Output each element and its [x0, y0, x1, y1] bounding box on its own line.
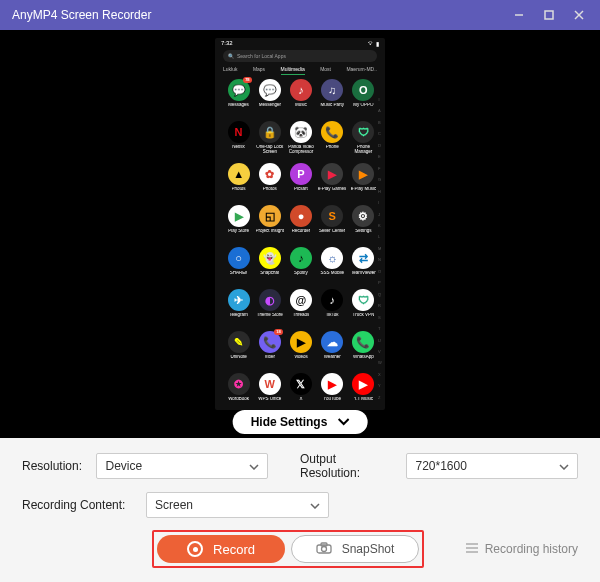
app-icon: ✪ [228, 373, 250, 395]
recording-history-link[interactable]: Recording history [465, 542, 578, 556]
category-tabs[interactable]: LuklukMapsMultimediaMostMaerum-MD.. [215, 66, 385, 77]
alpha-index[interactable]: #ABCDEFGHIJKLMNOPQRSTUVWXYZ [378, 98, 384, 400]
app-item[interactable]: 𝕏X [285, 373, 316, 410]
app-icon: ◐ [259, 289, 281, 311]
app-item[interactable]: 📞18Viber [254, 331, 285, 371]
app-item[interactable]: ▶e·Play Games [317, 163, 348, 203]
snapshot-button[interactable]: SnapShot [291, 535, 419, 563]
hide-settings-button[interactable]: Hide Settings [233, 410, 368, 434]
app-item[interactable]: ○SHAREit [223, 247, 254, 287]
app-item[interactable]: 📞Phone [317, 121, 348, 161]
app-item[interactable]: OMy OPPO [348, 79, 379, 119]
app-item[interactable]: ☼SSS Mobile [317, 247, 348, 287]
app-label: Panda Video Compressor [286, 145, 316, 155]
app-item[interactable]: 🐼Panda Video Compressor [285, 121, 316, 161]
phone-search[interactable]: 🔍 Search for Local Apps [223, 50, 377, 62]
app-icon: 📞 [321, 121, 343, 143]
app-item[interactable]: ●Recorder [285, 205, 316, 245]
category-tab[interactable]: Maerum-MD.. [346, 66, 377, 75]
history-label: Recording history [485, 542, 578, 556]
app-item[interactable]: ☁Weather [317, 331, 348, 371]
app-icon: ☼ [321, 247, 343, 269]
app-icon: 🛡 [352, 121, 374, 143]
app-label: YouTube [323, 397, 341, 402]
minimize-button[interactable] [504, 0, 534, 30]
app-item[interactable]: ◐Theme Store [254, 289, 285, 329]
app-item[interactable]: ✈Telegram [223, 289, 254, 329]
app-icon: ♪ [290, 79, 312, 101]
app-item[interactable]: ▶YouTube [317, 373, 348, 410]
svg-rect-1 [545, 11, 553, 19]
app-item[interactable]: ✎UniNote [223, 331, 254, 371]
app-icon: ✎ [228, 331, 250, 353]
app-label: WhatsApp [353, 355, 374, 360]
app-item[interactable]: PPicsart [285, 163, 316, 203]
app-label: Theme Store [257, 313, 283, 318]
app-item[interactable]: ♪Music [285, 79, 316, 119]
app-item[interactable]: 🛡Truck VPN [348, 289, 379, 329]
search-placeholder: Search for Local Apps [237, 53, 286, 59]
app-item[interactable]: ◱Project Insight [254, 205, 285, 245]
output-resolution-select[interactable]: 720*1600 [406, 453, 578, 479]
app-item[interactable]: SSeller Center [317, 205, 348, 245]
app-label: Picsart [294, 187, 308, 192]
chevron-down-icon [249, 459, 259, 473]
resolution-value: Device [105, 459, 142, 473]
app-icon: 🛡 [352, 289, 374, 311]
app-label: Videos [294, 355, 308, 360]
resolution-select[interactable]: Device [96, 453, 268, 479]
app-item[interactable]: 📞WhatsApp [348, 331, 379, 371]
app-icon: @ [290, 289, 312, 311]
app-label: TikTok [326, 313, 339, 318]
app-item[interactable]: 🛡Phone Manager [348, 121, 379, 161]
app-item[interactable]: ♪TikTok [317, 289, 348, 329]
app-icon: ▶ [321, 163, 343, 185]
category-tab[interactable]: Most [320, 66, 331, 75]
app-item[interactable]: ▲Photos [223, 163, 254, 203]
phone-statusbar: 7:32 ᯤ ▮ [215, 38, 385, 48]
category-tab[interactable]: Lukluk [223, 66, 237, 75]
signal-icon: ▮ [376, 40, 379, 47]
app-item[interactable]: WWPS Office [254, 373, 285, 410]
app-icon: ▶ [352, 163, 374, 185]
app-item[interactable]: ⚙Settings [348, 205, 379, 245]
output-resolution-label: Output Resolution: [300, 452, 392, 480]
app-icon: O [352, 79, 374, 101]
app-item[interactable]: ♪Spotify [285, 247, 316, 287]
app-icon: W [259, 373, 281, 395]
maximize-button[interactable] [534, 0, 564, 30]
app-item[interactable]: ⇄TeamViewer [348, 247, 379, 287]
app-icon: ● [290, 205, 312, 227]
app-item[interactable]: ✪WordBook [223, 373, 254, 410]
app-item[interactable]: @Threads [285, 289, 316, 329]
app-label: Project Insight [256, 229, 285, 234]
snapshot-label: SnapShot [342, 542, 395, 556]
category-tab[interactable]: Multimedia [281, 66, 305, 75]
recording-content-select[interactable]: Screen [146, 492, 329, 518]
app-icon: P [290, 163, 312, 185]
close-button[interactable] [564, 0, 594, 30]
app-item[interactable]: NNetflix [223, 121, 254, 161]
app-item[interactable]: ▶Play Store [223, 205, 254, 245]
app-label: TeamViewer [351, 271, 376, 276]
category-tab[interactable]: Maps [253, 66, 265, 75]
app-label: Recorder [292, 229, 311, 234]
app-icon: ◱ [259, 205, 281, 227]
app-item[interactable]: ▶Videos [285, 331, 316, 371]
app-item[interactable]: ▶e·Play Music [348, 163, 379, 203]
app-label: SSS Mobile [320, 271, 344, 276]
wifi-icon: ᯤ [368, 40, 374, 46]
app-item[interactable]: ✿Photos [254, 163, 285, 203]
app-item[interactable]: ♫Music Party [317, 79, 348, 119]
app-item[interactable]: 🔒One-tap Lock Screen [254, 121, 285, 161]
app-item[interactable]: 💬78Messages [223, 79, 254, 119]
app-item[interactable]: 👻Snapchat [254, 247, 285, 287]
app-item[interactable]: ▶Y.T Music [348, 373, 379, 410]
app-item[interactable]: 💬Messenger [254, 79, 285, 119]
badge: 78 [243, 77, 251, 83]
app-label: e·Play Music [351, 187, 377, 192]
record-button[interactable]: Record [157, 535, 285, 563]
app-icon: 💬78 [228, 79, 250, 101]
camera-icon [316, 542, 332, 557]
app-icon: S [321, 205, 343, 227]
